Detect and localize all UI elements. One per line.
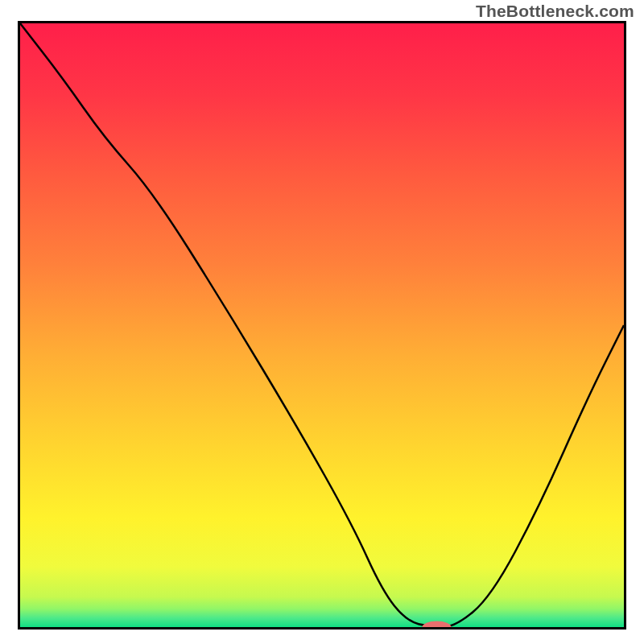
plot-svg: [20, 23, 624, 627]
gradient-background: [20, 23, 624, 627]
plot-area: [18, 21, 626, 630]
chart-container: TheBottleneck.com: [0, 0, 644, 644]
watermark-label: TheBottleneck.com: [476, 2, 634, 21]
